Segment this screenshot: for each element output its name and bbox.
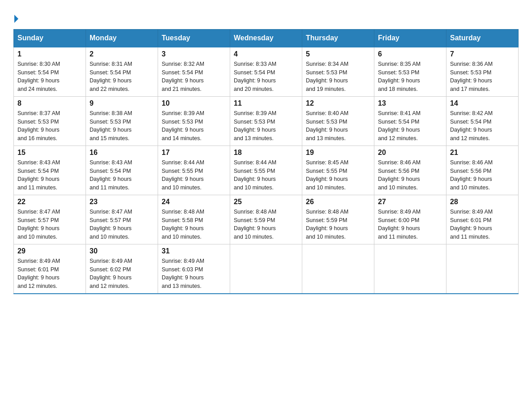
day-info: Sunrise: 8:35 AMSunset: 5:53 PMDaylight:…	[378, 60, 442, 94]
calendar-cell-4-4: 25Sunrise: 8:48 AMSunset: 5:59 PMDayligh…	[230, 195, 302, 244]
day-number: 7	[450, 50, 515, 58]
day-info: Sunrise: 8:38 AMSunset: 5:53 PMDaylight:…	[90, 109, 154, 143]
week-row-2: 8Sunrise: 8:37 AMSunset: 5:53 PMDaylight…	[14, 96, 519, 146]
calendar-cell-5-4	[230, 244, 302, 294]
calendar-cell-1-4: 4Sunrise: 8:33 AMSunset: 5:54 PMDaylight…	[230, 47, 302, 97]
logo	[13, 9, 18, 25]
day-info: Sunrise: 8:32 AMSunset: 5:54 PMDaylight:…	[162, 60, 226, 94]
day-number: 27	[378, 198, 442, 206]
day-info: Sunrise: 8:47 AMSunset: 5:57 PMDaylight:…	[90, 208, 154, 241]
calendar-cell-1-1: 1Sunrise: 8:30 AMSunset: 5:54 PMDaylight…	[14, 47, 86, 97]
day-info: Sunrise: 8:49 AMSunset: 6:01 PMDaylight:…	[17, 257, 82, 291]
weekday-header-tuesday: Tuesday	[158, 29, 230, 47]
calendar-cell-1-2: 2Sunrise: 8:31 AMSunset: 5:54 PMDaylight…	[86, 47, 158, 97]
day-number: 1	[17, 50, 82, 58]
day-info: Sunrise: 8:37 AMSunset: 5:53 PMDaylight:…	[17, 109, 82, 143]
day-info: Sunrise: 8:46 AMSunset: 5:56 PMDaylight:…	[378, 158, 442, 192]
day-info: Sunrise: 8:40 AMSunset: 5:53 PMDaylight:…	[306, 109, 370, 143]
calendar-cell-3-5: 19Sunrise: 8:45 AMSunset: 5:55 PMDayligh…	[302, 146, 374, 195]
day-number: 24	[162, 198, 226, 206]
day-number: 13	[378, 99, 442, 107]
day-info: Sunrise: 8:41 AMSunset: 5:54 PMDaylight:…	[378, 109, 442, 143]
day-number: 31	[162, 247, 226, 255]
calendar-cell-3-6: 20Sunrise: 8:46 AMSunset: 5:56 PMDayligh…	[374, 146, 446, 195]
day-number: 28	[450, 198, 515, 206]
calendar-cell-3-4: 18Sunrise: 8:44 AMSunset: 5:55 PMDayligh…	[230, 146, 302, 195]
calendar-cell-2-2: 9Sunrise: 8:38 AMSunset: 5:53 PMDaylight…	[86, 96, 158, 146]
calendar-cell-1-7: 7Sunrise: 8:36 AMSunset: 5:53 PMDaylight…	[446, 47, 519, 97]
calendar-cell-2-7: 14Sunrise: 8:42 AMSunset: 5:54 PMDayligh…	[446, 96, 519, 146]
day-number: 19	[306, 149, 370, 157]
calendar-cell-2-1: 8Sunrise: 8:37 AMSunset: 5:53 PMDaylight…	[14, 96, 86, 146]
day-number: 16	[90, 149, 154, 157]
calendar-table: SundayMondayTuesdayWednesdayThursdayFrid…	[13, 29, 519, 294]
day-info: Sunrise: 8:49 AMSunset: 6:03 PMDaylight:…	[162, 257, 226, 291]
day-number: 11	[234, 99, 298, 107]
day-info: Sunrise: 8:30 AMSunset: 5:54 PMDaylight:…	[17, 60, 82, 94]
day-info: Sunrise: 8:48 AMSunset: 5:59 PMDaylight:…	[306, 208, 370, 241]
week-row-3: 15Sunrise: 8:43 AMSunset: 5:54 PMDayligh…	[14, 146, 519, 195]
day-number: 15	[17, 149, 82, 157]
day-info: Sunrise: 8:49 AMSunset: 6:01 PMDaylight:…	[450, 208, 515, 241]
day-info: Sunrise: 8:34 AMSunset: 5:53 PMDaylight:…	[306, 60, 370, 94]
calendar-cell-2-4: 11Sunrise: 8:39 AMSunset: 5:53 PMDayligh…	[230, 96, 302, 146]
calendar-cell-5-7	[446, 244, 519, 294]
week-row-4: 22Sunrise: 8:47 AMSunset: 5:57 PMDayligh…	[14, 195, 519, 244]
day-number: 17	[162, 149, 226, 157]
day-number: 8	[17, 99, 82, 107]
day-number: 12	[306, 99, 370, 107]
day-number: 30	[90, 247, 154, 255]
calendar-cell-5-5	[302, 244, 374, 294]
logo-arrow-icon	[14, 15, 18, 23]
calendar-cell-4-3: 24Sunrise: 8:48 AMSunset: 5:58 PMDayligh…	[158, 195, 230, 244]
day-number: 21	[450, 149, 515, 157]
weekday-header-sunday: Sunday	[14, 29, 86, 47]
day-number: 20	[378, 149, 442, 157]
calendar-cell-4-6: 27Sunrise: 8:49 AMSunset: 6:00 PMDayligh…	[374, 195, 446, 244]
day-info: Sunrise: 8:45 AMSunset: 5:55 PMDaylight:…	[306, 158, 370, 192]
calendar-cell-2-6: 13Sunrise: 8:41 AMSunset: 5:54 PMDayligh…	[374, 96, 446, 146]
weekday-header-friday: Friday	[374, 29, 446, 47]
day-info: Sunrise: 8:44 AMSunset: 5:55 PMDaylight:…	[234, 158, 298, 192]
calendar-cell-4-2: 23Sunrise: 8:47 AMSunset: 5:57 PMDayligh…	[86, 195, 158, 244]
day-number: 2	[90, 50, 154, 58]
logo-general-line	[13, 11, 18, 25]
day-number: 9	[90, 99, 154, 107]
day-number: 4	[234, 50, 298, 58]
calendar-cell-2-3: 10Sunrise: 8:39 AMSunset: 5:53 PMDayligh…	[158, 96, 230, 146]
calendar-cell-3-7: 21Sunrise: 8:46 AMSunset: 5:56 PMDayligh…	[446, 146, 519, 195]
calendar-cell-2-5: 12Sunrise: 8:40 AMSunset: 5:53 PMDayligh…	[302, 96, 374, 146]
day-info: Sunrise: 8:49 AMSunset: 6:02 PMDaylight:…	[90, 257, 154, 291]
calendar-cell-3-2: 16Sunrise: 8:43 AMSunset: 5:54 PMDayligh…	[86, 146, 158, 195]
calendar-cell-1-3: 3Sunrise: 8:32 AMSunset: 5:54 PMDaylight…	[158, 47, 230, 97]
day-info: Sunrise: 8:33 AMSunset: 5:54 PMDaylight:…	[234, 60, 298, 94]
weekday-header-row: SundayMondayTuesdayWednesdayThursdayFrid…	[14, 29, 519, 47]
calendar-cell-3-3: 17Sunrise: 8:44 AMSunset: 5:55 PMDayligh…	[158, 146, 230, 195]
day-number: 23	[90, 198, 154, 206]
weekday-header-monday: Monday	[86, 29, 158, 47]
calendar-cell-5-6	[374, 244, 446, 294]
day-number: 29	[17, 247, 82, 255]
day-info: Sunrise: 8:47 AMSunset: 5:57 PMDaylight:…	[17, 208, 82, 241]
day-number: 10	[162, 99, 226, 107]
weekday-header-thursday: Thursday	[302, 29, 374, 47]
page-header	[13, 9, 519, 25]
day-number: 22	[17, 198, 82, 206]
day-number: 18	[234, 149, 298, 157]
day-info: Sunrise: 8:43 AMSunset: 5:54 PMDaylight:…	[17, 158, 82, 192]
day-info: Sunrise: 8:48 AMSunset: 5:59 PMDaylight:…	[234, 208, 298, 241]
weekday-header-wednesday: Wednesday	[230, 29, 302, 47]
day-info: Sunrise: 8:43 AMSunset: 5:54 PMDaylight:…	[90, 158, 154, 192]
calendar-cell-4-5: 26Sunrise: 8:48 AMSunset: 5:59 PMDayligh…	[302, 195, 374, 244]
calendar-cell-1-5: 5Sunrise: 8:34 AMSunset: 5:53 PMDaylight…	[302, 47, 374, 97]
calendar-cell-4-1: 22Sunrise: 8:47 AMSunset: 5:57 PMDayligh…	[14, 195, 86, 244]
calendar-cell-5-2: 30Sunrise: 8:49 AMSunset: 6:02 PMDayligh…	[86, 244, 158, 294]
day-number: 25	[234, 198, 298, 206]
calendar-cell-4-7: 28Sunrise: 8:49 AMSunset: 6:01 PMDayligh…	[446, 195, 519, 244]
calendar-cell-5-1: 29Sunrise: 8:49 AMSunset: 6:01 PMDayligh…	[14, 244, 86, 294]
day-info: Sunrise: 8:39 AMSunset: 5:53 PMDaylight:…	[162, 109, 226, 143]
day-info: Sunrise: 8:46 AMSunset: 5:56 PMDaylight:…	[450, 158, 515, 192]
calendar-cell-5-3: 31Sunrise: 8:49 AMSunset: 6:03 PMDayligh…	[158, 244, 230, 294]
day-number: 3	[162, 50, 226, 58]
day-info: Sunrise: 8:49 AMSunset: 6:00 PMDaylight:…	[378, 208, 442, 241]
